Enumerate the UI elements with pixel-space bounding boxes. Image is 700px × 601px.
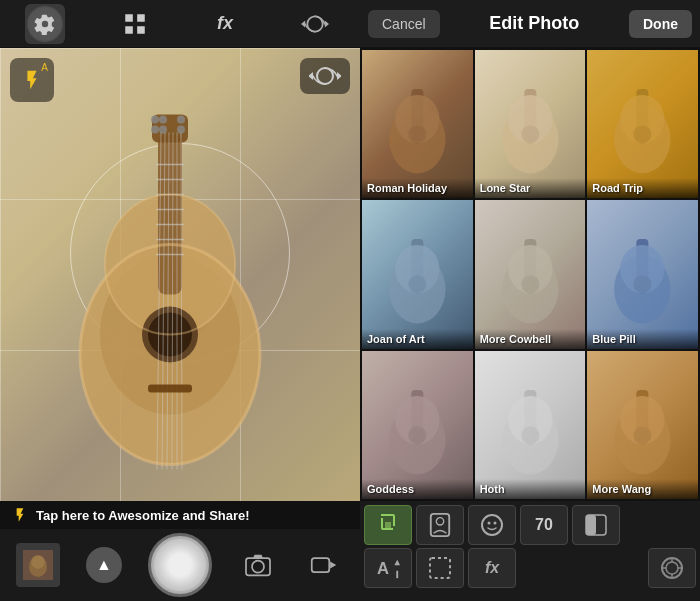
photo-mode-button[interactable]: [238, 545, 278, 585]
filter-more-cowbell-label: More Cowbell: [475, 329, 586, 349]
svg-point-21: [159, 126, 167, 134]
svg-point-84: [494, 522, 497, 525]
svg-point-82: [482, 515, 502, 535]
filter-goddess[interactable]: Goddess: [362, 351, 473, 499]
crop-tool-button[interactable]: [364, 505, 412, 545]
svg-point-19: [151, 126, 159, 134]
left-panel: fx: [0, 0, 360, 601]
fx-button[interactable]: fx: [205, 4, 245, 44]
svg-point-74: [508, 396, 552, 444]
filter-joan-of-art-label: Joan of Art: [362, 329, 473, 349]
svg-point-78: [621, 396, 665, 444]
up-arrow-button[interactable]: ▲: [86, 547, 122, 583]
svg-marker-35: [309, 72, 313, 80]
cancel-button[interactable]: Cancel: [368, 10, 440, 38]
filter-lone-star[interactable]: Lone Star: [475, 50, 586, 198]
gear-button[interactable]: [25, 4, 65, 44]
edit-header: Cancel Edit Photo Done: [360, 0, 700, 48]
svg-point-92: [666, 562, 678, 574]
badge-70-button[interactable]: 70: [520, 505, 568, 545]
filter-hoth-label: Hoth: [475, 479, 586, 499]
filter-more-wang-label: More Wang: [587, 479, 698, 499]
filter-more-cowbell[interactable]: More Cowbell: [475, 200, 586, 348]
filter-blue-pill[interactable]: Blue Pill: [587, 200, 698, 348]
filter-blue-pill-label: Blue Pill: [587, 329, 698, 349]
svg-point-46: [395, 95, 439, 143]
svg-point-83: [488, 522, 491, 525]
shutter-button[interactable]: [148, 533, 212, 597]
fx-tool-button[interactable]: fx: [468, 548, 516, 588]
tool-row-top: 70: [364, 505, 696, 545]
svg-rect-41: [312, 558, 330, 572]
svg-point-22: [177, 116, 185, 124]
text-tool-button[interactable]: A: [364, 548, 412, 588]
svg-marker-2: [301, 20, 305, 27]
done-button[interactable]: Done: [629, 10, 692, 38]
camera-controls: ▲: [0, 529, 360, 601]
thumbnail-strip[interactable]: [16, 543, 60, 587]
camera-switch-button[interactable]: [300, 58, 350, 94]
svg-point-38: [31, 555, 45, 569]
svg-marker-34: [337, 72, 341, 80]
svg-point-23: [177, 126, 185, 134]
grid-button[interactable]: [115, 4, 155, 44]
lightning-icon: [12, 507, 28, 523]
tool-row-bottom: A fx: [364, 548, 696, 588]
portrait-tool-button[interactable]: [416, 505, 464, 545]
svg-point-54: [621, 95, 665, 143]
tap-banner-text: Tap here to Awesomize and Share!: [36, 508, 250, 523]
filter-roman-holiday-label: Roman Holiday: [362, 178, 473, 198]
share-button[interactable]: [648, 548, 696, 588]
svg-marker-1: [325, 20, 329, 27]
svg-point-58: [395, 245, 439, 293]
right-panel: Cancel Edit Photo Done Roman Holiday: [360, 0, 700, 601]
filter-roman-holiday[interactable]: Roman Holiday: [362, 50, 473, 198]
filter-road-trip[interactable]: Road Trip: [587, 50, 698, 198]
contrast-tool-button[interactable]: [572, 505, 620, 545]
svg-rect-79: [385, 522, 391, 528]
svg-rect-90: [430, 558, 450, 578]
filter-goddess-label: Goddess: [362, 479, 473, 499]
svg-point-33: [317, 68, 333, 84]
flash-button[interactable]: A: [10, 58, 54, 102]
svg-point-40: [252, 561, 264, 573]
svg-marker-88: [394, 560, 400, 566]
select-tool-button[interactable]: [416, 548, 464, 588]
top-toolbar: fx: [0, 0, 360, 48]
svg-marker-42: [330, 562, 336, 569]
filter-lone-star-label: Lone Star: [475, 178, 586, 198]
bottom-bar: Tap here to Awesomize and Share! ▲: [0, 501, 360, 601]
svg-rect-30: [148, 385, 192, 393]
svg-point-66: [621, 245, 665, 293]
svg-point-70: [395, 396, 439, 444]
filter-road-trip-label: Road Trip: [587, 178, 698, 198]
svg-point-20: [159, 116, 167, 124]
edit-photo-title: Edit Photo: [489, 13, 579, 34]
svg-rect-9: [158, 135, 182, 295]
bottom-toolbar: 70 A: [360, 501, 700, 601]
filter-joan-of-art[interactable]: Joan of Art: [362, 200, 473, 348]
svg-text:A: A: [377, 559, 389, 578]
svg-rect-86: [586, 515, 596, 535]
svg-point-50: [508, 95, 552, 143]
filter-grid: Roman Holiday Lone Star: [360, 48, 700, 501]
face-tool-button[interactable]: [468, 505, 516, 545]
filter-hoth[interactable]: Hoth: [475, 351, 586, 499]
svg-point-18: [151, 116, 159, 124]
photo-area: A: [0, 48, 360, 501]
tap-banner[interactable]: Tap here to Awesomize and Share!: [0, 501, 360, 529]
filter-more-wang[interactable]: More Wang: [587, 351, 698, 499]
svg-point-62: [508, 245, 552, 293]
svg-point-81: [436, 518, 443, 525]
camera-mode-button[interactable]: [295, 4, 335, 44]
video-mode-button[interactable]: [304, 545, 344, 585]
